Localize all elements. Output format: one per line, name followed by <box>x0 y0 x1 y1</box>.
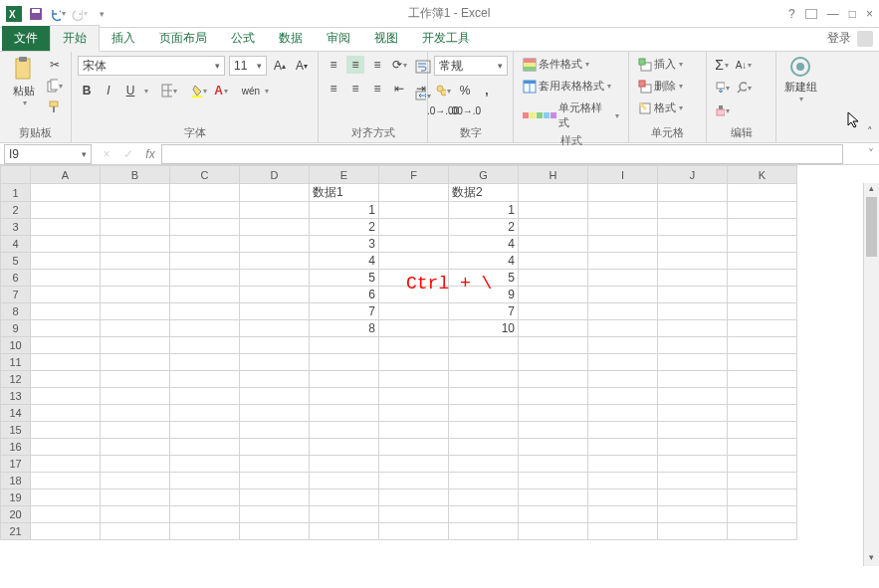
cell[interactable]: 10 <box>449 320 519 337</box>
comma-icon[interactable]: , <box>478 82 496 99</box>
col-header[interactable]: G <box>449 166 519 184</box>
scroll-up-icon[interactable]: ▴ <box>864 183 879 197</box>
decrease-decimal-icon[interactable]: .00→.0 <box>456 101 474 119</box>
spreadsheet-grid[interactable]: A B C D E F G H I J K 1数据1数据2 211 322 43… <box>0 165 797 540</box>
cell[interactable]: 6 <box>310 287 379 303</box>
delete-cells-button[interactable]: 删除▾ <box>635 78 686 95</box>
wrap-text-icon[interactable] <box>414 58 432 76</box>
italic-button[interactable]: I <box>100 82 117 99</box>
row-header[interactable]: 10 <box>1 337 31 354</box>
cell[interactable]: 4 <box>449 236 519 253</box>
cell[interactable]: 2 <box>310 219 379 236</box>
row-header[interactable]: 19 <box>1 490 31 506</box>
cell[interactable]: 1 <box>310 202 379 219</box>
save-icon[interactable] <box>28 6 44 22</box>
tab-formulas[interactable]: 公式 <box>219 26 267 51</box>
row-header[interactable]: 7 <box>1 287 31 303</box>
col-header[interactable]: A <box>31 166 101 184</box>
merge-center-icon[interactable]: ▾ <box>414 87 432 104</box>
redo-icon[interactable]: ▾ <box>72 6 88 22</box>
tab-file[interactable]: 文件 <box>2 26 50 51</box>
row-header[interactable]: 15 <box>1 422 31 439</box>
cell[interactable]: 3 <box>310 236 379 253</box>
col-header[interactable]: F <box>379 166 449 184</box>
align-middle-icon[interactable]: ≡ <box>346 56 364 74</box>
orientation-icon[interactable]: ⟳▾ <box>390 56 408 74</box>
insert-cells-button[interactable]: 插入▾ <box>635 56 686 73</box>
row-header[interactable]: 5 <box>1 253 31 270</box>
col-header[interactable]: B <box>101 166 170 184</box>
expand-formula-bar-icon[interactable]: ˅ <box>863 147 879 161</box>
cell[interactable]: 2 <box>449 219 519 236</box>
close-icon[interactable]: × <box>866 7 873 21</box>
cell[interactable]: 4 <box>310 253 379 270</box>
border-icon[interactable]: ▾ <box>160 82 178 99</box>
font-color-icon[interactable]: A▾ <box>212 82 230 99</box>
clear-icon[interactable]: ▾ <box>713 101 731 119</box>
col-header[interactable]: H <box>519 166 588 184</box>
col-header[interactable]: E <box>310 166 379 184</box>
row-header[interactable]: 17 <box>1 456 31 473</box>
tab-layout[interactable]: 页面布局 <box>147 26 219 51</box>
col-header[interactable]: C <box>170 166 240 184</box>
row-header[interactable]: 12 <box>1 371 31 388</box>
row-header[interactable]: 6 <box>1 270 31 287</box>
font-size-combo[interactable]: 11▾ <box>229 56 267 76</box>
cell[interactable]: 7 <box>449 303 519 320</box>
align-right-icon[interactable]: ≡ <box>368 80 386 98</box>
undo-icon[interactable]: ▾ <box>50 6 66 22</box>
paste-button[interactable]: 粘贴 ▾ <box>6 56 42 107</box>
col-header[interactable]: D <box>240 166 310 184</box>
align-bottom-icon[interactable]: ≡ <box>368 56 386 74</box>
name-box[interactable]: I9▾ <box>4 144 92 164</box>
vertical-scrollbar[interactable]: ▴ ▾ <box>863 183 879 566</box>
tab-home[interactable]: 开始 <box>50 25 100 52</box>
fill-color-icon[interactable]: ▾ <box>190 82 208 99</box>
cancel-formula-icon[interactable]: × <box>96 147 117 161</box>
align-center-icon[interactable]: ≡ <box>346 80 364 98</box>
insert-function-icon[interactable]: fx <box>139 147 161 161</box>
row-header[interactable]: 3 <box>1 219 31 236</box>
underline-button[interactable]: U <box>121 82 139 99</box>
increase-font-icon[interactable]: A▴ <box>271 57 289 75</box>
cell[interactable]: 7 <box>310 303 379 320</box>
row-header[interactable]: 18 <box>1 473 31 490</box>
percent-icon[interactable]: % <box>456 82 474 99</box>
tab-view[interactable]: 视图 <box>362 26 410 51</box>
enter-formula-icon[interactable]: ✓ <box>117 147 139 161</box>
decrease-indent-icon[interactable]: ⇤ <box>390 80 408 98</box>
row-header[interactable]: 21 <box>1 523 31 540</box>
fill-icon[interactable]: ▾ <box>713 79 731 97</box>
collapse-ribbon-icon[interactable]: ˄ <box>867 125 873 138</box>
tab-developer[interactable]: 开发工具 <box>410 26 482 51</box>
tab-data[interactable]: 数据 <box>267 26 315 51</box>
col-header[interactable]: J <box>658 166 728 184</box>
tab-insert[interactable]: 插入 <box>100 26 147 51</box>
row-header[interactable]: 16 <box>1 439 31 456</box>
row-header[interactable]: 2 <box>1 202 31 219</box>
row-header[interactable]: 1 <box>1 184 31 202</box>
autosum-icon[interactable]: Σ▾ <box>713 56 731 74</box>
minimize-icon[interactable]: — <box>827 7 839 21</box>
align-left-icon[interactable]: ≡ <box>325 80 342 98</box>
cell-styles-button[interactable]: 单元格样式▾ <box>520 99 622 131</box>
row-header[interactable]: 9 <box>1 320 31 337</box>
scrollbar-thumb[interactable] <box>866 197 877 257</box>
col-header[interactable]: K <box>728 166 797 184</box>
format-cells-button[interactable]: 格式▾ <box>635 99 686 116</box>
copy-icon[interactable]: ▾ <box>46 77 64 95</box>
cell[interactable]: 数据2 <box>449 184 519 202</box>
row-header[interactable]: 20 <box>1 506 31 523</box>
find-select-icon[interactable]: ▾ <box>735 79 753 97</box>
col-header[interactable]: I <box>588 166 658 184</box>
accounting-icon[interactable]: ▾ <box>434 82 452 99</box>
tab-login[interactable]: 登录 <box>815 26 857 51</box>
scroll-down-icon[interactable]: ▾ <box>864 552 879 566</box>
qat-customize-icon[interactable]: ▾ <box>94 6 110 22</box>
format-painter-icon[interactable] <box>46 98 64 115</box>
row-header[interactable]: 4 <box>1 236 31 253</box>
cut-icon[interactable]: ✂ <box>46 56 64 74</box>
user-avatar-icon[interactable] <box>857 31 873 47</box>
decrease-font-icon[interactable]: A▾ <box>293 57 311 75</box>
cell[interactable]: 5 <box>310 270 379 287</box>
